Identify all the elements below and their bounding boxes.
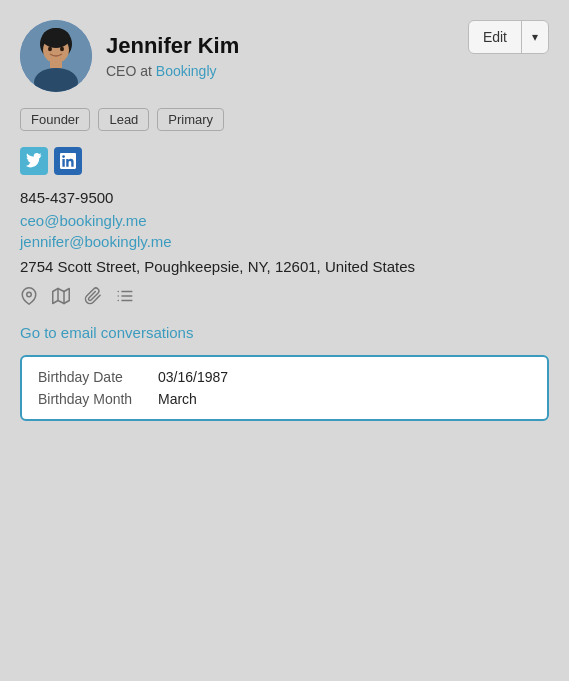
svg-point-11 [27, 292, 32, 297]
profile-header: Jennifer Kim CEO at Bookingly Edit ▾ [20, 20, 549, 92]
birthday-date-label: Birthday Date [38, 369, 158, 385]
edit-button[interactable]: Edit [469, 21, 522, 53]
tag-primary[interactable]: Primary [157, 108, 224, 131]
svg-rect-8 [44, 39, 53, 44]
birthday-date-value: 03/16/1987 [158, 369, 228, 385]
svg-marker-12 [53, 289, 70, 304]
company-link[interactable]: Bookingly [156, 63, 217, 79]
avatar [20, 20, 92, 92]
birthday-month-value: March [158, 391, 197, 407]
birthday-date-row: Birthday Date 03/16/1987 [38, 369, 531, 385]
profile-left: Jennifer Kim CEO at Bookingly [20, 20, 239, 92]
edit-dropdown-button[interactable]: ▾ [522, 21, 548, 53]
twitter-icon[interactable] [20, 147, 48, 175]
social-icons [20, 147, 549, 175]
tag-founder[interactable]: Founder [20, 108, 90, 131]
edit-button-group: Edit ▾ [468, 20, 549, 54]
svg-rect-9 [56, 39, 65, 44]
action-icons [20, 287, 549, 310]
go-email-link[interactable]: Go to email conversations [20, 324, 193, 341]
location-icon[interactable] [20, 287, 38, 310]
profile-title: CEO at Bookingly [106, 63, 239, 79]
map-icon[interactable] [52, 287, 70, 310]
chevron-down-icon: ▾ [532, 30, 538, 44]
birthday-month-row: Birthday Month March [38, 391, 531, 407]
profile-card: Jennifer Kim CEO at Bookingly Edit ▾ Fou… [20, 20, 549, 421]
list-icon[interactable] [116, 287, 134, 310]
svg-point-7 [60, 47, 64, 51]
tags-container: Founder Lead Primary [20, 108, 549, 131]
tag-lead[interactable]: Lead [98, 108, 149, 131]
phone: 845-437-9500 [20, 189, 549, 206]
svg-rect-4 [50, 60, 62, 68]
address: 2754 Scott Street, Poughkeepsie, NY, 126… [20, 256, 549, 277]
custom-fields-box: Birthday Date 03/16/1987 Birthday Month … [20, 355, 549, 421]
email-2[interactable]: jennifer@bookingly.me [20, 233, 549, 250]
title-prefix: CEO at [106, 63, 156, 79]
attachment-icon[interactable] [84, 287, 102, 310]
svg-point-3 [42, 28, 70, 48]
linkedin-icon[interactable] [54, 147, 82, 175]
svg-point-6 [48, 47, 52, 51]
profile-name: Jennifer Kim [106, 33, 239, 59]
birthday-month-label: Birthday Month [38, 391, 158, 407]
email-1[interactable]: ceo@bookingly.me [20, 212, 549, 229]
profile-info: Jennifer Kim CEO at Bookingly [106, 33, 239, 78]
